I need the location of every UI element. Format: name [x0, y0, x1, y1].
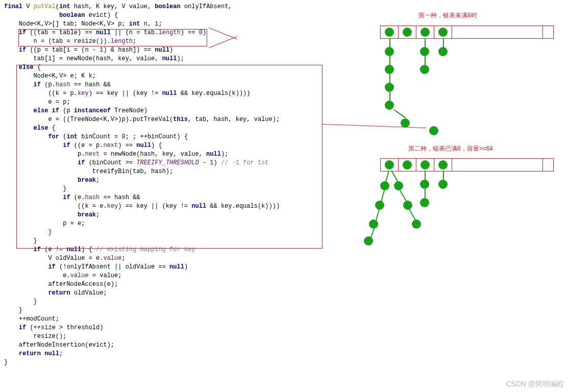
- code-line: }: [4, 228, 331, 237]
- hash-node-icon: [412, 219, 421, 229]
- tree-edge: [391, 170, 398, 182]
- code-line: }: [4, 358, 331, 367]
- hash-node-icon: [420, 65, 429, 74]
- bucket-cell: [381, 26, 399, 38]
- bucket-cell: [452, 26, 543, 38]
- tree-edge: [400, 190, 407, 202]
- tree-edge: [389, 56, 390, 65]
- hash-node-icon: [364, 236, 373, 246]
- code-line: e = p;: [4, 98, 331, 107]
- code-line: }: [4, 237, 331, 246]
- hash-node-icon: [438, 47, 448, 56]
- bucket-cell: [543, 26, 553, 38]
- code-line: if (!onlyIfAbsent || oldValue == null): [4, 263, 331, 272]
- code-line: if (e != null) { // existing mapping for…: [4, 246, 331, 254]
- hash-node-icon: [385, 101, 394, 110]
- bucket-cell: [416, 26, 434, 38]
- tree-edge: [409, 209, 416, 221]
- hash-node-icon: [429, 126, 438, 135]
- code-line: tab[i] = newNode(hash, key, value, null)…: [4, 55, 331, 63]
- bucket-cell: [452, 159, 543, 171]
- bucket-array-2: [380, 158, 554, 172]
- bucket-cell: [416, 159, 434, 171]
- code-line: e.value = value;: [4, 272, 331, 280]
- code-line: afterNodeInsertion(evict);: [4, 341, 331, 350]
- code-line: if (++size > threshold): [4, 324, 331, 332]
- bucket-cell: [399, 159, 416, 171]
- code-line: return oldValue;: [4, 289, 331, 298]
- tree-edge: [443, 38, 444, 47]
- code-line: break;: [4, 176, 331, 185]
- code-line: }: [4, 298, 331, 306]
- hash-node-icon: [385, 83, 394, 92]
- code-line: break;: [4, 211, 331, 219]
- hash-node-icon: [403, 201, 412, 210]
- code-line: e = ((TreeNode<K,V>)p).putTreeVal(this, …: [4, 115, 331, 124]
- code-line: if (e.hash == hash &&: [4, 193, 331, 202]
- code-line: else {: [4, 63, 331, 72]
- bucket-cell: [381, 159, 399, 171]
- hash-node-icon: [438, 180, 448, 189]
- bucket-cell: [434, 26, 452, 38]
- code-line: if (p.hash == hash &&: [4, 81, 331, 89]
- bucket-cell: [399, 26, 416, 38]
- bucket-cell: [543, 159, 553, 171]
- tree-edge: [425, 170, 426, 180]
- tree-edge: [389, 38, 390, 47]
- diagram-label-2: 第二种，链表已满8，容量>=64: [408, 144, 493, 153]
- hash-node-icon: [403, 160, 412, 169]
- hash-node-icon: [438, 28, 448, 37]
- hash-node-icon: [420, 47, 429, 56]
- code-block: final V putVal(int hash, K key, V value,…: [4, 3, 331, 367]
- hash-node-icon: [380, 181, 389, 190]
- hash-node-icon: [420, 160, 430, 169]
- hash-node-icon: [420, 28, 430, 37]
- code-line: if (binCount >= TREEIFY_THRESHOLD - 1) /…: [4, 159, 331, 167]
- tree-edge: [425, 189, 426, 198]
- watermark: CSDN @简明编程: [506, 380, 564, 389]
- code-line: final V putVal(int hash, K key, V value,…: [4, 3, 331, 11]
- code-line: else {: [4, 124, 331, 133]
- code-line: V oldValue = e.value;: [4, 254, 331, 263]
- hash-node-icon: [394, 181, 403, 190]
- code-line: }: [4, 306, 331, 315]
- code-line: ++modCount;: [4, 315, 331, 324]
- code-line: for (int binCount = 0; ; ++binCount) {: [4, 133, 331, 141]
- hash-node-icon: [403, 28, 412, 37]
- hash-node-icon: [375, 201, 384, 210]
- code-line: n = (tab = resize()).length;: [4, 37, 331, 46]
- diagram-label-1: 第一种，链表未满8时: [418, 11, 477, 20]
- tree-edge: [425, 38, 426, 47]
- code-line: if ((e = p.next) == null) {: [4, 141, 331, 150]
- bucket-cell: [434, 159, 452, 171]
- hash-node-icon: [438, 160, 448, 169]
- tree-edge: [389, 92, 390, 101]
- tree-edge: [443, 170, 444, 180]
- hash-node-icon: [401, 118, 410, 128]
- code-line: if ((p = tab[i = (n - 1) & hash]) == nul…: [4, 46, 331, 55]
- hash-node-icon: [385, 65, 394, 74]
- tree-edge: [425, 56, 426, 65]
- code-line: ((k = p.key) == key || (key != null && k…: [4, 89, 331, 98]
- code-line: p.next = newNode(hash, key, value, null)…: [4, 150, 331, 159]
- code-line: else if (p instanceof TreeNode): [4, 107, 331, 115]
- code-line: afterNodeAccess(e);: [4, 280, 331, 289]
- tree-edge: [389, 74, 390, 83]
- code-line: ((k = e.key) == key || (key != null && k…: [4, 202, 331, 211]
- hash-node-icon: [420, 198, 429, 207]
- tree-edge: [393, 109, 406, 118]
- hash-node-icon: [420, 180, 429, 189]
- code-line: resize();: [4, 332, 331, 341]
- code-line: treeifyBin(tab, hash);: [4, 167, 331, 176]
- annotation-connector: [323, 124, 426, 128]
- bucket-array-1: [380, 26, 554, 39]
- hash-node-icon: [369, 219, 378, 229]
- hash-node-icon: [385, 28, 394, 37]
- code-line: boolean evict) {: [4, 11, 331, 20]
- hash-node-icon: [385, 47, 394, 56]
- code-line: if ((tab = table) == null || (n = tab.le…: [4, 29, 331, 37]
- hash-node-icon: [385, 160, 394, 169]
- code-line: Node<K,V>[] tab; Node<K,V> p; int n, i;: [4, 20, 331, 29]
- code-line: }: [4, 185, 331, 193]
- code-line: Node<K,V> e; K k;: [4, 72, 331, 81]
